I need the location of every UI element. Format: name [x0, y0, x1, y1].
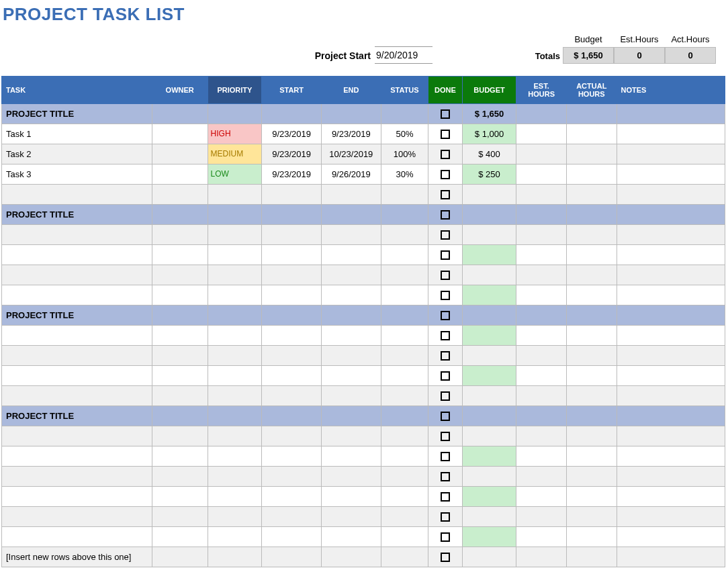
checkbox-icon[interactable] [441, 230, 450, 240]
cell-start[interactable] [262, 406, 322, 426]
cell-owner[interactable] [152, 164, 208, 185]
cell-notes[interactable] [617, 386, 725, 406]
cell-budget[interactable] [462, 426, 516, 446]
cell-task[interactable]: PROJECT TITLE [2, 104, 152, 124]
cell-priority[interactable] [208, 185, 262, 205]
col-priority[interactable]: PRIORITY [208, 77, 262, 104]
cell-task[interactable] [2, 487, 152, 507]
cell-start[interactable] [262, 487, 322, 507]
cell-done[interactable] [428, 446, 462, 467]
cell-act[interactable] [566, 205, 617, 225]
cell-start[interactable] [262, 245, 322, 265]
cell-start[interactable] [262, 426, 322, 446]
cell-task[interactable] [2, 185, 152, 205]
cell-start[interactable] [262, 265, 322, 285]
cell-done[interactable] [428, 245, 462, 265]
checkbox-icon[interactable] [441, 391, 450, 401]
cell-est[interactable] [516, 487, 567, 507]
cell-task[interactable] [2, 527, 152, 547]
col-notes[interactable]: NOTES [617, 77, 725, 104]
cell-owner[interactable] [152, 185, 208, 205]
cell-act[interactable] [566, 366, 617, 386]
cell-task[interactable] [2, 386, 152, 406]
cell-budget[interactable]: $ 1,650 [462, 104, 516, 124]
col-start[interactable]: START [262, 77, 322, 104]
cell-act[interactable] [566, 305, 617, 326]
cell-priority[interactable] [208, 467, 262, 487]
cell-est[interactable] [516, 205, 567, 225]
cell-task[interactable] [2, 346, 152, 366]
cell-end[interactable] [321, 426, 381, 446]
cell-start[interactable] [262, 507, 322, 527]
cell-status[interactable] [381, 446, 428, 467]
cell-done[interactable] [428, 225, 462, 245]
cell-done[interactable] [428, 285, 462, 305]
checkbox-icon[interactable] [441, 210, 450, 220]
cell-est[interactable] [516, 406, 567, 426]
cell-notes[interactable] [617, 124, 725, 144]
cell-est[interactable] [516, 467, 567, 487]
cell-start[interactable]: 9/23/2019 [262, 124, 322, 144]
cell-priority[interactable]: HIGH [208, 124, 262, 144]
cell-priority[interactable] [208, 346, 262, 366]
checkbox-icon[interactable] [441, 553, 450, 562]
cell-act[interactable] [566, 527, 617, 547]
cell-act[interactable] [566, 285, 617, 305]
cell-start[interactable] [262, 104, 322, 124]
cell-priority[interactable]: LOW [208, 164, 262, 185]
checkbox-icon[interactable] [441, 532, 450, 542]
cell-owner[interactable] [152, 507, 208, 527]
cell-priority[interactable] [208, 386, 262, 406]
cell-budget[interactable] [462, 285, 516, 305]
cell-status[interactable] [381, 547, 428, 567]
cell-notes[interactable] [617, 467, 725, 487]
cell-end[interactable] [321, 366, 381, 386]
cell-est[interactable] [516, 527, 567, 547]
cell-status[interactable] [381, 507, 428, 527]
cell-task[interactable]: PROJECT TITLE [2, 205, 152, 225]
cell-notes[interactable] [617, 346, 725, 366]
cell-start[interactable] [262, 467, 322, 487]
cell-notes[interactable] [617, 527, 725, 547]
cell-priority[interactable]: MEDIUM [208, 144, 262, 164]
cell-notes[interactable] [617, 406, 725, 426]
cell-status[interactable] [381, 366, 428, 386]
cell-budget[interactable] [462, 245, 516, 265]
cell-notes[interactable] [617, 185, 725, 205]
cell-notes[interactable] [617, 446, 725, 467]
cell-owner[interactable] [152, 285, 208, 305]
cell-done[interactable] [428, 467, 462, 487]
cell-notes[interactable] [617, 104, 725, 124]
cell-act[interactable] [566, 467, 617, 487]
cell-owner[interactable] [152, 426, 208, 446]
cell-status[interactable]: 100% [381, 144, 428, 164]
checkbox-icon[interactable] [441, 250, 450, 260]
cell-act[interactable] [566, 346, 617, 366]
cell-act[interactable] [566, 124, 617, 144]
cell-done[interactable] [428, 326, 462, 346]
cell-budget[interactable] [462, 366, 516, 386]
cell-priority[interactable] [208, 326, 262, 346]
cell-owner[interactable] [152, 326, 208, 346]
cell-done[interactable] [428, 366, 462, 386]
cell-status[interactable] [381, 285, 428, 305]
checkbox-icon[interactable] [441, 412, 450, 421]
cell-notes[interactable] [617, 164, 725, 185]
cell-start[interactable] [262, 346, 322, 366]
cell-est[interactable] [516, 446, 567, 467]
cell-done[interactable] [428, 164, 462, 185]
cell-task[interactable] [2, 507, 152, 527]
cell-task[interactable] [2, 285, 152, 305]
cell-owner[interactable] [152, 265, 208, 285]
cell-start[interactable] [262, 547, 322, 567]
cell-est[interactable] [516, 426, 567, 446]
cell-budget[interactable] [462, 265, 516, 285]
cell-end[interactable] [321, 265, 381, 285]
cell-status[interactable] [381, 426, 428, 446]
cell-owner[interactable] [152, 144, 208, 164]
checkbox-icon[interactable] [441, 109, 450, 119]
cell-budget[interactable] [462, 225, 516, 245]
cell-task[interactable] [2, 467, 152, 487]
cell-end[interactable] [321, 305, 381, 326]
cell-priority[interactable] [208, 305, 262, 326]
